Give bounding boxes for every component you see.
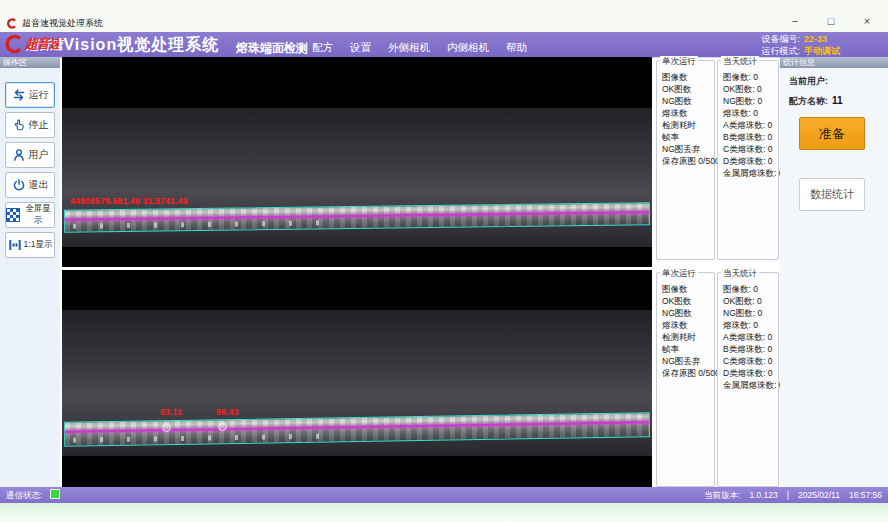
app-subtitle: 熔珠端面检测 (236, 40, 308, 57)
stat-row: B类熔珠数: 0 (723, 343, 778, 355)
stat-rows: 图像数 OK图数 NG图数 熔珠数 检测耗时 帧率 NG图丢弃 保存原图 0/5… (657, 61, 714, 167)
bead-marker-circle (218, 422, 227, 431)
stat-row: 图像数: 0 (723, 283, 778, 295)
recipe-name-label: 配方名称: (789, 95, 828, 108)
camera-viewport-top[interactable]: 44808579.581.49 31.5741.49 (62, 57, 652, 267)
info-panel-header: 统计信息 (780, 57, 888, 68)
camera-image-top: 44808579.581.49 31.5741.49 (62, 108, 652, 247)
window-title-group: 超音速视觉处理系统 (6, 17, 103, 30)
exit-button[interactable]: 退出 (5, 172, 55, 198)
comm-status-indicator (50, 489, 60, 499)
detected-strip-bottom (64, 412, 650, 447)
stat-row: OK图数: 0 (723, 83, 778, 95)
menu-bar: 配方 设置 外侧相机 内侧相机 帮助 (312, 41, 527, 55)
stop-button[interactable]: 停止 (5, 112, 55, 138)
run-mode-value: 手动调试 (804, 45, 850, 57)
stop-hand-icon (12, 118, 26, 132)
minimize-button[interactable]: − (788, 15, 802, 27)
power-icon (12, 178, 26, 192)
brand-logo: 超音速 (4, 34, 61, 54)
status-time: 16:57:56 (849, 487, 882, 503)
menu-settings[interactable]: 设置 (350, 41, 371, 55)
device-number-label: 设备编号: (761, 33, 800, 45)
stat-row: 图像数 (662, 71, 714, 83)
stat-row: 保存原图 0/500 (662, 155, 714, 167)
recipe-name-row: 配方名称: 11 (789, 95, 888, 108)
sidebar-header: 操作区 (0, 57, 60, 68)
bead-marks (73, 433, 333, 442)
exit-button-label: 退出 (29, 178, 49, 192)
data-statistics-button[interactable]: 数据统计 (799, 178, 865, 211)
window-title: 超音速视觉处理系统 (22, 17, 103, 30)
device-number-row: 设备编号: 22-33 (761, 33, 850, 45)
bead-label: 53.11 (160, 407, 182, 417)
fullscreen-icon (6, 208, 20, 222)
stat-row: C类熔珠数: 0 (723, 355, 778, 367)
run-button[interactable]: 运行 (5, 82, 55, 108)
stat-row: A类熔珠数: 0 (723, 119, 778, 131)
stat-rows: 图像数 OK图数 NG图数 熔珠数 检测耗时 帧率 NG图丢弃 保存原图 0/5… (657, 273, 714, 379)
run-mode-label: 运行模式: (761, 45, 800, 57)
groupbox-title: 单次运行 (660, 56, 698, 66)
run-button-label: 运行 (29, 88, 49, 102)
app-header: 超音速 IVision视觉处理系统 熔珠端面检测 配方 设置 外侧相机 内侧相机… (0, 32, 888, 58)
info-panel: 统计信息 当前用户: 配方名称: 11 准备 数据统计 (780, 57, 888, 487)
app-icon (6, 18, 17, 29)
stat-rows: 图像数: 0 OK图数: 0 NG图数: 0 熔珠数: 0 A类熔珠数: 0 B… (718, 61, 778, 179)
stat-row: A类熔珠数: 0 (723, 331, 778, 343)
fullscreen-button[interactable]: 全屏显示 (5, 202, 55, 228)
stat-row: NG图数: 0 (723, 95, 778, 107)
single-run-groupbox-top: 单次运行 图像数 OK图数 NG图数 熔珠数 检测耗时 帧率 NG图丢弃 保存原… (656, 60, 715, 260)
stop-button-label: 停止 (29, 118, 49, 132)
bead-marks (73, 220, 333, 228)
sidebar: 操作区 运行 停止 用户 退出 (0, 57, 60, 487)
today-stats-groupbox-bottom: 当天统计 图像数: 0 OK图数: 0 NG图数: 0 熔珠数: 0 A类熔珠数… (717, 272, 779, 487)
fullscreen-button-label: 全屏显示 (22, 203, 54, 227)
user-button[interactable]: 用户 (5, 142, 55, 168)
groupbox-title: 当天统计 (721, 268, 759, 278)
maximize-button[interactable]: □ (824, 15, 838, 27)
detected-strip-top (64, 202, 650, 233)
menu-outer-camera[interactable]: 外侧相机 (388, 41, 430, 55)
today-stats-groupbox-top: 当天统计 图像数: 0 OK图数: 0 NG图数: 0 熔珠数: 0 A类熔珠数… (717, 60, 779, 260)
groupbox-title: 单次运行 (660, 268, 698, 278)
laser-line (65, 421, 649, 433)
status-bar-right: 当前版本: 1.0.123 | 2025/02/11 16:57:56 (704, 487, 882, 503)
one-to-one-button-label: 1:1显示 (24, 239, 53, 251)
stat-row: 图像数: 0 (723, 71, 778, 83)
stat-row: D类熔珠数: 0 (723, 155, 778, 167)
menu-recipe[interactable]: 配方 (312, 41, 333, 55)
stat-row: 熔珠数: 0 (723, 319, 778, 331)
one-to-one-icon (8, 238, 22, 252)
stat-row: NG图丢弃 (662, 355, 714, 367)
single-run-groupbox-bottom: 单次运行 图像数 OK图数 NG图数 熔珠数 检测耗时 帧率 NG图丢弃 保存原… (656, 272, 715, 487)
bead-label: 56.43 (216, 407, 239, 417)
user-button-label: 用户 (29, 148, 49, 162)
measurement-overlay: 44808579.581.49 31.5741.49 (70, 196, 188, 206)
stat-row: OK图数 (662, 83, 714, 95)
desktop-strip (0, 503, 888, 522)
current-user-row: 当前用户: (789, 75, 888, 88)
stat-row: 熔珠数 (662, 107, 714, 119)
app-window: 超音速视觉处理系统 − □ × 超音速 IVision视觉处理系统 熔珠端面检测… (0, 0, 888, 522)
stat-row: B类熔珠数: 0 (723, 131, 778, 143)
prepare-button[interactable]: 准备 (799, 117, 865, 150)
recipe-name-value: 11 (832, 95, 843, 106)
menu-help[interactable]: 帮助 (506, 41, 527, 55)
laser-line (65, 211, 649, 221)
device-number-value: 22-33 (804, 33, 850, 45)
stat-row: NG图数 (662, 95, 714, 107)
menu-inner-camera[interactable]: 内侧相机 (447, 41, 489, 55)
stat-row: 检测耗时 (662, 119, 714, 131)
groupbox-title: 当天统计 (721, 56, 759, 66)
camera-viewport-bottom[interactable]: 53.11 56.43 (62, 270, 652, 487)
stat-row: 帧率 (662, 343, 714, 355)
one-to-one-button[interactable]: 1:1显示 (5, 232, 55, 258)
stat-row: NG图数: 0 (723, 307, 778, 319)
status-bar: 通信状态: 当前版本: 1.0.123 | 2025/02/11 16:57:5… (0, 487, 888, 503)
stat-row: D类熔珠数: 0 (723, 367, 778, 379)
stat-row: OK图数 (662, 295, 714, 307)
camera-image-bottom: 53.11 56.43 (62, 310, 652, 456)
window-titlebar: 超音速视觉处理系统 − □ × (0, 0, 888, 32)
close-button[interactable]: × (860, 15, 874, 27)
